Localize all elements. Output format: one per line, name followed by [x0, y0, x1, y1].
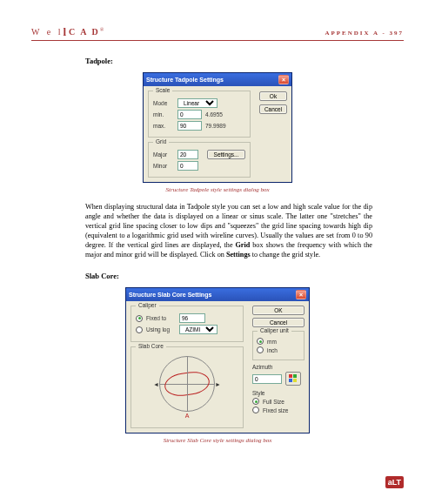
- slabcore-groupbox: Slab Core ◄ ► A: [130, 346, 244, 428]
- arrow-right-icon: ►: [215, 381, 221, 387]
- svg-rect-0: [289, 374, 292, 378]
- max-label: max.: [153, 123, 174, 129]
- brand-suffix: C A D: [69, 27, 100, 37]
- mode-select[interactable]: Linear: [177, 98, 218, 108]
- usinglog-label: Using log: [146, 326, 176, 333]
- style-fixed-radio[interactable]: [252, 407, 259, 413]
- slab-title: Structure Slab Core Settings: [129, 292, 211, 298]
- unit-legend: Caliper unit: [258, 327, 291, 333]
- tadpole-title: Structure Tadpole Settings: [146, 77, 224, 83]
- brand-bar: l: [63, 25, 69, 38]
- cancel-button[interactable]: Cancel: [259, 104, 287, 114]
- style-full-radio[interactable]: [252, 398, 259, 405]
- brand-logo: W e llC A D®: [31, 24, 106, 38]
- tadpole-titlebar[interactable]: Structure Tadpole Settings ×: [144, 73, 291, 86]
- slab-caption: Structure Slab Core style settings dialo…: [31, 437, 404, 444]
- fixed-input[interactable]: [179, 313, 205, 323]
- azimuth-color-button[interactable]: [285, 372, 301, 386]
- style-fixed-label: Fixed size: [263, 407, 288, 413]
- unit-inch-radio[interactable]: [257, 346, 264, 353]
- scale-legend: Scale: [153, 87, 172, 93]
- page-header: W e llC A D® APPENDIX A - 397: [31, 24, 404, 41]
- min-input[interactable]: [177, 110, 202, 119]
- usinglog-radio[interactable]: [136, 326, 143, 333]
- slabcore-heading: Slab Core:: [85, 272, 404, 280]
- grid-legend: Grid: [153, 138, 169, 144]
- azimuth-label: Azimuth: [252, 364, 304, 370]
- unit-mm-label: mm: [267, 339, 277, 345]
- close-icon[interactable]: ×: [296, 290, 306, 299]
- footer-logo: aLT: [385, 476, 404, 488]
- arrow-left-icon: ◄: [153, 381, 159, 387]
- unit-inch-label: inch: [267, 347, 278, 353]
- slabcore-legend: Slab Core: [136, 343, 166, 349]
- svg-rect-1: [293, 374, 297, 378]
- fixed-radio[interactable]: [136, 315, 143, 322]
- scale-groupbox: Scale Mode Linear min. 4.6955 max.: [148, 91, 251, 138]
- mode-label: Mode: [153, 100, 174, 106]
- minor-label: Minor: [153, 163, 174, 169]
- fixed-label: Fixed to: [146, 315, 176, 321]
- grid-groupbox: Grid Major Settings... Minor: [148, 142, 251, 178]
- style-full-label: Full Size: [263, 399, 284, 405]
- slabcore-dialog: Structure Slab Core Settings × Caliper F…: [125, 287, 310, 433]
- body-paragraph-1: When displaying structural data in Tadpo…: [85, 202, 372, 259]
- palette-icon: [289, 374, 298, 383]
- close-icon[interactable]: ×: [278, 75, 289, 84]
- slab-titlebar[interactable]: Structure Slab Core Settings ×: [126, 288, 309, 301]
- tadpole-caption: Structure Tadpole style settings dialog …: [31, 186, 404, 193]
- svg-rect-2: [289, 379, 292, 382]
- appendix-label: APPENDIX A - 397: [325, 30, 404, 37]
- cancel-button[interactable]: Cancel: [252, 318, 304, 327]
- brand-registered: ®: [100, 27, 107, 32]
- ok-button[interactable]: OK: [252, 306, 304, 315]
- max-input[interactable]: [177, 121, 202, 131]
- brand-prefix: W e l: [31, 27, 63, 37]
- azimuth-input[interactable]: [252, 374, 282, 384]
- max-angle-value: 79.9989: [205, 123, 226, 129]
- min-label: min.: [153, 111, 174, 118]
- slab-diagram[interactable]: ◄ ► A: [159, 356, 215, 412]
- tadpole-dialog: Structure Tadpole Settings × Scale Mode …: [143, 72, 292, 183]
- slab-a-label: A: [185, 413, 190, 419]
- unit-mm-radio[interactable]: [257, 338, 264, 345]
- svg-rect-3: [293, 379, 297, 382]
- grid-settings-button[interactable]: Settings...: [207, 150, 245, 159]
- major-label: Major: [153, 151, 174, 158]
- tadpole-heading: Tadpole:: [85, 57, 404, 65]
- minor-input[interactable]: [177, 161, 198, 171]
- caliper-legend: Caliper: [136, 302, 159, 308]
- major-input[interactable]: [177, 150, 198, 159]
- min-angle-value: 4.6955: [205, 111, 223, 118]
- ok-button[interactable]: Ok: [259, 91, 287, 101]
- caliper-unit-groupbox: Caliper unit mm inch: [252, 331, 304, 360]
- style-label: Style: [252, 390, 304, 396]
- usinglog-select[interactable]: AZIMI: [179, 325, 218, 334]
- caliper-groupbox: Caliper Fixed to Using log AZIMI: [130, 306, 244, 342]
